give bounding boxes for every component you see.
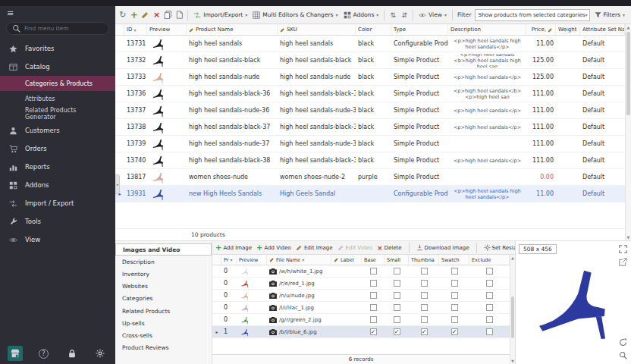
addons-menu[interactable]: Addons▾ <box>341 10 381 20</box>
media-row[interactable]: 0 /g/r/green_2.jpg <box>212 314 510 326</box>
media-scrollbar[interactable]: ▲ ▼ <box>510 255 515 364</box>
detail-tab[interactable]: Description <box>115 256 212 268</box>
product-row[interactable]: 13817 women shoes-nude women shoes-nude-… <box>115 169 625 186</box>
row-expander[interactable] <box>115 102 124 118</box>
sidebar-item-addons[interactable]: Addons <box>0 176 115 194</box>
column-header-base[interactable]: Base <box>362 255 385 265</box>
detail-tab[interactable]: Websites <box>115 281 212 293</box>
product-row[interactable]: 13740 high heel sandals-black-38 high he… <box>115 152 625 169</box>
row-expander[interactable] <box>115 69 124 85</box>
checkbox[interactable] <box>486 280 493 287</box>
product-row[interactable]: 13732 high heel sandals-black high heel … <box>115 52 625 69</box>
multi-editors-menu[interactable]: Multi Editors & Changers▾ <box>250 10 340 20</box>
product-row[interactable]: 13733 high heel sandals-nude high heel s… <box>115 69 625 86</box>
row-expander[interactable] <box>115 52 124 68</box>
checkbox[interactable] <box>486 304 493 311</box>
sidebar-item-favorites[interactable]: Favorites <box>0 39 115 58</box>
column-header-product-name[interactable]: Product Name <box>187 24 278 35</box>
column-header-swatch[interactable]: Swatch <box>439 255 469 265</box>
media-row[interactable]: 0 /r/e/red_1.jpg <box>212 278 510 290</box>
row-expander[interactable] <box>115 136 124 152</box>
set-resize-rule-button[interactable]: Set Resize Rule▾ <box>484 244 516 251</box>
checkbox[interactable] <box>451 292 458 299</box>
gear-icon[interactable] <box>93 346 108 361</box>
help-icon[interactable]: ? <box>36 346 51 361</box>
column-header-id[interactable]: ID▾ <box>124 24 147 35</box>
detail-tab[interactable]: Categories <box>115 293 212 305</box>
scroll-down-arrow[interactable]: ▼ <box>510 359 515 363</box>
scroll-down-arrow[interactable]: ▼ <box>626 235 631 240</box>
media-row[interactable]: 0 /w/h/white_1.jpg <box>212 265 510 278</box>
row-expander[interactable] <box>115 36 124 52</box>
column-header-thumbnail[interactable]: Thumbna <box>409 255 439 265</box>
checkbox[interactable] <box>370 292 377 299</box>
sidebar-item-catalog[interactable]: Catalog <box>0 58 115 76</box>
checkbox[interactable] <box>486 268 493 275</box>
search-input[interactable] <box>24 25 100 32</box>
row-expander[interactable] <box>115 119 124 135</box>
checkbox[interactable] <box>451 268 458 275</box>
store-icon[interactable] <box>8 346 23 361</box>
checkbox[interactable] <box>451 280 458 287</box>
checkbox[interactable] <box>394 280 400 287</box>
hamburger-menu-icon[interactable]: ≡ <box>7 8 14 18</box>
filter-select[interactable]: Show products from selected categories▾ <box>475 9 590 21</box>
media-row[interactable]: ▸ 1 /b/l/blue_6.jpg <box>212 326 510 338</box>
column-header-attribute-set[interactable]: Attribute Set Name <box>580 24 625 35</box>
sidebar-item-attributes[interactable]: Attributes <box>0 91 115 106</box>
row-expander[interactable] <box>115 86 124 102</box>
column-header-file-name[interactable]: File Name▾ <box>267 255 331 265</box>
column-header-position[interactable]: Pr▾ <box>221 255 237 265</box>
detail-tab[interactable]: Cross-sells <box>115 329 212 341</box>
checkbox[interactable] <box>421 304 428 311</box>
checkbox[interactable] <box>394 316 400 323</box>
checkbox[interactable] <box>421 280 428 287</box>
column-header-type[interactable]: Type <box>391 24 448 35</box>
edit-product-button[interactable] <box>140 9 151 21</box>
checkbox[interactable] <box>370 328 377 335</box>
checkbox[interactable] <box>394 304 400 311</box>
column-header-small[interactable]: Small <box>385 255 409 265</box>
checkbox[interactable] <box>370 268 377 275</box>
checkbox[interactable] <box>486 328 493 335</box>
add-product-button[interactable]: + <box>129 9 140 21</box>
column-header-price[interactable]: Price, <box>526 24 556 35</box>
delete-product-button[interactable]: × <box>152 9 162 21</box>
sidebar-item-reports[interactable]: Reports <box>0 158 115 176</box>
sidebar-item-categories-products[interactable]: Categories & Products <box>0 76 115 91</box>
scroll-thumb[interactable] <box>626 32 630 115</box>
product-row[interactable]: 13736 high heel sandals-black-36 high he… <box>115 86 625 102</box>
checkbox[interactable] <box>370 304 377 311</box>
media-row[interactable]: 0 /n/u/nude.jpg <box>212 290 510 302</box>
sidebar-item-view[interactable]: View <box>0 231 115 249</box>
column-header-weight[interactable]: Weight <box>556 24 580 35</box>
product-row[interactable]: 13737 high heel sandals-nude-36 high hee… <box>115 102 625 119</box>
sort-desc-button[interactable]: ⇵ <box>399 9 410 21</box>
sidebar-item-tools[interactable]: Tools <box>0 212 115 231</box>
delete-image-button[interactable]: ×Delete <box>377 244 402 252</box>
import-export-menu[interactable]: Import/Export▾ <box>191 10 250 20</box>
checkbox[interactable] <box>451 304 458 311</box>
sort-asc-button[interactable]: ⇅ <box>388 9 398 21</box>
add-video-button[interactable]: +Add Video <box>256 243 291 252</box>
column-header-label[interactable]: Label <box>331 255 362 265</box>
checkbox[interactable] <box>421 328 428 335</box>
column-header-description[interactable]: Description <box>448 24 526 35</box>
checkbox[interactable] <box>451 316 458 323</box>
product-row[interactable]: 13731 high heel sandals high heel sandal… <box>115 36 625 52</box>
filters-button[interactable]: Filters▾ <box>591 9 629 20</box>
edit-image-button[interactable]: Edit Image <box>296 244 333 251</box>
fullscreen-icon[interactable] <box>618 244 628 254</box>
checkbox[interactable] <box>370 316 377 323</box>
product-row[interactable]: ▸ 13931 new High Heels Sandals High Geel… <box>115 186 625 202</box>
scroll-up-arrow[interactable]: ▲ <box>510 256 515 260</box>
copy-button[interactable] <box>163 9 174 21</box>
sidebar-item-import-export[interactable]: Import / Export <box>0 194 115 212</box>
column-header-color[interactable]: Color <box>356 24 391 35</box>
lock-icon[interactable] <box>64 346 80 361</box>
sidebar-item-customers[interactable]: Customers <box>0 121 115 140</box>
zoom-icon[interactable] <box>618 350 628 360</box>
sidebar-item-orders[interactable]: Orders <box>0 140 115 158</box>
detail-tab[interactable]: Up-sells <box>115 317 212 329</box>
media-row[interactable]: 0 /l/i/lilac_1.jpg <box>212 302 510 314</box>
